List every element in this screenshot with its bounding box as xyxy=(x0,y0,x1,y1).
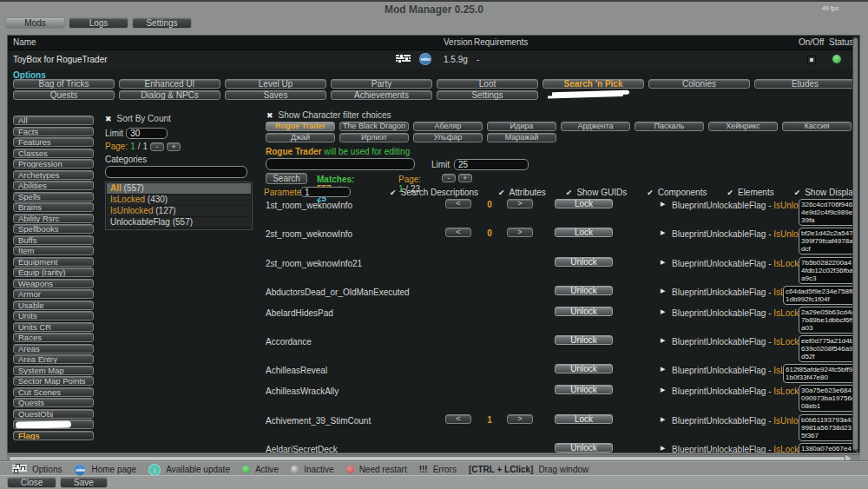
toybox-tab[interactable]: Achievements xyxy=(331,90,432,100)
save-button[interactable]: Save xyxy=(60,477,108,488)
flag-guid[interactable]: c64dad5f9e234e758fb1db992fc1f04f xyxy=(783,286,858,305)
search-option-checkbox[interactable]: ✔ Components xyxy=(647,188,707,197)
sidebar-item[interactable]: Sector Map Points xyxy=(13,376,94,386)
increment-button[interactable]: > xyxy=(507,414,533,424)
toybox-tab[interactable]: Loot xyxy=(437,79,538,89)
category-page-prev-button[interactable]: - xyxy=(150,142,164,151)
category-item[interactable]: IsUnlocked (127) xyxy=(107,206,251,216)
toybox-tab[interactable]: Enhanced UI xyxy=(119,79,220,89)
vertical-scrollbar-handle[interactable] xyxy=(853,38,858,450)
sidebar-item[interactable]: Races xyxy=(13,333,94,342)
expand-icon[interactable]: ▶ xyxy=(661,445,665,452)
toybox-tab[interactable]: Settings xyxy=(437,90,538,100)
sidebar-item[interactable]: Archetypes xyxy=(13,170,94,180)
character-button[interactable]: Ульфар xyxy=(413,133,483,142)
expand-icon[interactable]: ▶ xyxy=(661,387,665,393)
expand-icon[interactable]: ▶ xyxy=(661,337,665,344)
lock-toggle-button[interactable]: Lock xyxy=(555,414,613,424)
mod-settings-icon[interactable] xyxy=(396,55,411,64)
sidebar-item[interactable]: Equipment xyxy=(13,257,94,267)
search-button[interactable]: Search xyxy=(266,173,307,184)
character-button[interactable]: Паскаль xyxy=(635,122,704,131)
flag-search-input[interactable] xyxy=(266,158,415,170)
flag-guid[interactable]: 7b5b0282200a44fdb12c02f36fbaa9c3 xyxy=(799,257,858,284)
close-button[interactable]: Close xyxy=(7,477,56,488)
flag-guid[interactable]: eef0d775a21d4b639c0208f546a9d52f xyxy=(799,335,858,362)
results-page-next-button[interactable]: + xyxy=(458,174,472,182)
lock-toggle-button[interactable]: Unlock xyxy=(555,443,613,453)
character-button[interactable]: Rogue Trader xyxy=(266,122,335,131)
character-button[interactable]: The Black Dragon xyxy=(339,122,409,131)
show-character-filter-checkbox[interactable]: ✖ xyxy=(266,111,273,120)
category-limit-input[interactable] xyxy=(126,128,168,139)
sidebar-item[interactable]: Item xyxy=(13,246,94,255)
sidebar-item[interactable]: Cut Scenes xyxy=(13,387,94,397)
sidebar-item[interactable]: Progression xyxy=(13,159,94,169)
search-option-checkbox[interactable]: ✔ Attributes xyxy=(498,188,546,197)
toybox-tab[interactable]: Saves xyxy=(225,90,326,100)
category-item[interactable]: All (557) xyxy=(107,183,251,194)
sidebar-item[interactable]: Flags xyxy=(13,431,94,440)
toybox-tab[interactable]: Level Up xyxy=(225,79,326,89)
flag-guid[interactable]: b0b61193793a439981a56738d235f367 xyxy=(799,414,858,441)
increment-button[interactable]: > xyxy=(507,228,533,237)
lock-toggle-button[interactable]: Unlock xyxy=(555,335,613,345)
expand-icon[interactable]: ▶ xyxy=(661,229,665,236)
expand-icon[interactable]: ▶ xyxy=(661,259,665,266)
vertical-scrollbar[interactable] xyxy=(852,36,858,452)
sort-by-count-checkbox[interactable]: ✖ xyxy=(105,115,112,123)
character-button[interactable]: Ирлиэт xyxy=(339,133,409,142)
flag-guid[interactable]: 2a29e05b63cd4e7b89be1dbbcf6f9a03 xyxy=(799,307,858,334)
flag-guid[interactable]: bf2e1d42c2a547399f79fcaf4978adcf xyxy=(799,228,858,254)
lock-toggle-button[interactable]: Lock xyxy=(555,199,613,208)
sidebar-item[interactable]: Buffs xyxy=(13,235,94,245)
toybox-tab[interactable]: Bag of Tricks xyxy=(13,79,115,89)
sidebar-item[interactable]: Area Entry xyxy=(13,354,94,364)
main-tab[interactable]: Logs xyxy=(69,17,128,29)
main-tab[interactable]: Mods xyxy=(5,17,65,29)
character-button[interactable]: Джай xyxy=(266,133,335,142)
toybox-tab[interactable]: Dialog & NPCs xyxy=(119,90,220,100)
character-button[interactable]: Хейнрикс xyxy=(708,122,778,131)
toybox-tab[interactable]: Etudes xyxy=(754,79,856,89)
legend-home-page[interactable]: www Home page xyxy=(74,464,136,476)
sidebar-item[interactable]: Areas xyxy=(13,344,94,354)
character-button[interactable]: Абеляр xyxy=(413,122,483,131)
category-item[interactable]: IsLocked (430) xyxy=(107,195,251,205)
increment-button[interactable]: > xyxy=(507,199,533,208)
character-button[interactable]: Кассия xyxy=(782,122,852,131)
lock-toggle-button[interactable]: Unlock xyxy=(555,257,613,267)
search-option-checkbox[interactable]: ✔ Show GUIDs xyxy=(566,188,627,197)
sidebar-item[interactable]: Spells xyxy=(13,192,94,202)
search-option-checkbox[interactable]: ✔ Elements xyxy=(727,188,773,197)
sidebar-item[interactable]: Units CR xyxy=(13,322,94,332)
character-button[interactable]: Маражай xyxy=(487,133,556,142)
decrement-button[interactable]: < xyxy=(445,199,471,208)
sidebar-item[interactable]: Equip (rarity) xyxy=(13,268,94,277)
search-option-checkbox[interactable]: ✔ Show Display & Internal Names xyxy=(794,188,860,197)
sidebar-item[interactable]: All xyxy=(13,116,94,125)
lock-toggle-button[interactable]: Unlock xyxy=(555,364,613,373)
flag-guid[interactable]: 612f85afde924fc5bff91b0f33f47e80 xyxy=(783,364,858,383)
sidebar-item[interactable]: Armor xyxy=(13,289,94,299)
expand-icon[interactable]: ▶ xyxy=(661,201,665,208)
sidebar-item[interactable] xyxy=(13,420,94,429)
category-page-next-button[interactable]: + xyxy=(167,142,181,151)
flag-guid[interactable]: 30a75e623e684090973ba19756c08eb1 xyxy=(799,385,858,412)
lock-toggle-button[interactable]: Unlock xyxy=(555,307,613,316)
toybox-tab[interactable]: Colonies xyxy=(648,79,750,89)
sidebar-item[interactable]: Facts xyxy=(13,127,94,136)
character-button[interactable]: Идира xyxy=(487,122,556,131)
toybox-tab[interactable]: Quests xyxy=(13,90,115,100)
parameter-input[interactable] xyxy=(300,187,351,197)
lock-toggle-button[interactable]: Lock xyxy=(555,228,613,237)
lock-toggle-button[interactable]: Unlock xyxy=(555,286,613,295)
sidebar-item[interactable]: Quests xyxy=(13,398,94,407)
search-option-checkbox[interactable]: ✔ Search Descriptions xyxy=(390,188,478,197)
category-item[interactable]: UnlockableFlag (557) xyxy=(107,217,251,228)
sidebar-item[interactable]: Classes xyxy=(13,149,94,158)
toybox-tab[interactable]: Party xyxy=(331,79,432,89)
mod-homepage-icon[interactable]: www xyxy=(419,53,431,65)
mod-onoff-checkbox[interactable] xyxy=(807,56,816,64)
main-tab[interactable]: Settings xyxy=(132,17,192,29)
